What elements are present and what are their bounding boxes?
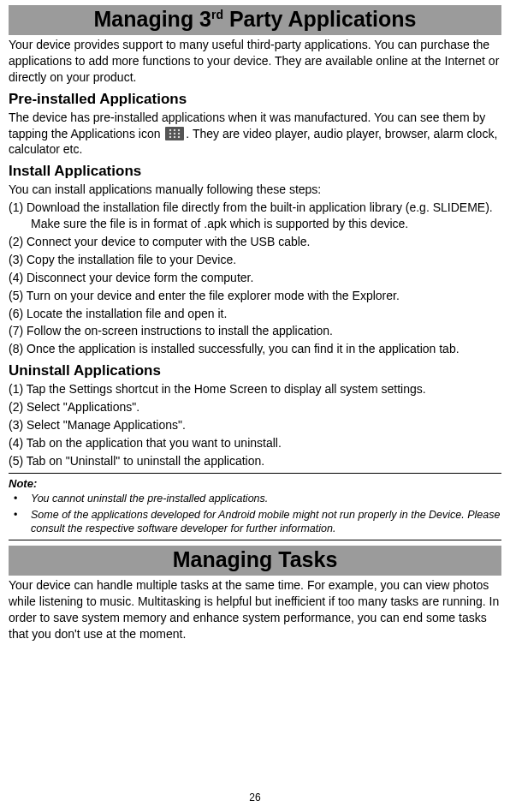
uninstall-step: (3) Select "Manage Applications".	[9, 417, 501, 433]
divider	[9, 540, 501, 540]
preinstalled-paragraph: The device has pre-installed application…	[9, 110, 501, 158]
install-step: (8) Once the application is installed su…	[9, 341, 501, 357]
uninstall-steps-list: (1) Tap the Settings shortcut in the Hom…	[9, 381, 501, 469]
install-steps-list: (1) Download the installation file direc…	[9, 200, 501, 357]
note-item: Some of the applications developed for A…	[9, 508, 501, 537]
subheading-install: Install Applications	[9, 163, 501, 180]
uninstall-step: (2) Select "Applications".	[9, 399, 501, 415]
note-item: You cannot uninstall the pre-installed a…	[9, 492, 501, 506]
document-page: Managing 3rd Party Applications Your dev…	[0, 0, 510, 812]
heading-text-suffix: Party Applications	[223, 7, 417, 31]
install-step: (3) Copy the installation file to your D…	[9, 252, 501, 268]
divider	[9, 473, 501, 474]
uninstall-step: (1) Tap the Settings shortcut in the Hom…	[9, 381, 501, 397]
install-step: (2) Connect your device to computer with…	[9, 234, 501, 250]
install-step: (1) Download the installation file direc…	[9, 200, 501, 232]
note-list: You cannot uninstall the pre-installed a…	[9, 492, 501, 537]
intro-paragraph: Your device provides support to many use…	[9, 37, 501, 86]
page-number: 26	[0, 791, 510, 803]
subheading-uninstall: Uninstall Applications	[9, 362, 501, 379]
install-intro: You can install applications manually fo…	[9, 182, 501, 198]
install-step: (7) Follow the on-screen instructions to…	[9, 323, 501, 339]
install-step: (4) Disconnect your device form the comp…	[9, 270, 501, 286]
tasks-paragraph: Your device can handle multiple tasks at…	[9, 577, 501, 642]
section-heading-managing-apps: Managing 3rd Party Applications	[9, 5, 501, 35]
applications-grid-icon	[165, 127, 184, 140]
heading-superscript: rd	[211, 8, 223, 21]
heading-text-prefix: Managing 3	[93, 7, 211, 31]
subheading-preinstalled: Pre-installed Applications	[9, 91, 501, 108]
note-title: Note:	[9, 477, 501, 490]
install-step: (6) Locate the installation file and ope…	[9, 306, 501, 322]
uninstall-step: (4) Tab on the application that you want…	[9, 435, 501, 451]
section-heading-managing-tasks: Managing Tasks	[9, 546, 501, 576]
install-step: (5) Turn on your device and enter the fi…	[9, 288, 501, 304]
uninstall-step: (5) Tab on "Uninstall" to uninstall the …	[9, 453, 501, 469]
